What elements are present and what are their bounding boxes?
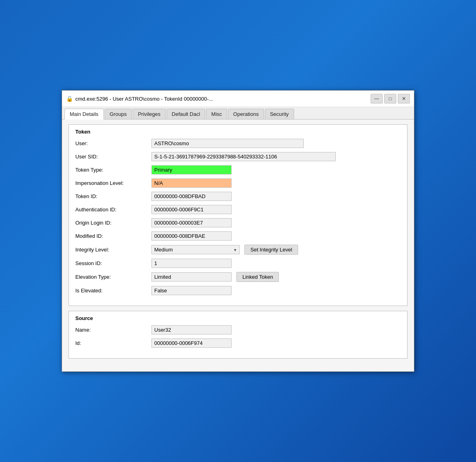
close-button[interactable]: ✕	[398, 94, 410, 103]
auth-id-row: Authentication ID: 00000000-0006F9C1	[75, 205, 401, 214]
origin-login-id-value: 00000000-000003E7	[151, 218, 232, 227]
impersonation-level-label: Impersonation Level:	[75, 180, 151, 186]
main-window: 🔒 cmd.exe:5296 - User ASTRO\cosmo - Toke…	[62, 90, 414, 372]
origin-login-id-row: Origin Login ID: 00000000-000003E7	[75, 218, 401, 227]
origin-login-id-label: Origin Login ID:	[75, 220, 151, 226]
impersonation-level-row: Impersonation Level: N/A	[75, 178, 401, 188]
source-id-label: Id:	[75, 340, 151, 346]
integrity-level-label: Integrity Level:	[75, 247, 151, 253]
user-sid-label: User SID:	[75, 154, 151, 160]
source-id-value: 00000000-0006F974	[151, 338, 232, 348]
auth-id-value: 00000000-0006F9C1	[151, 205, 232, 214]
source-section-title: Source	[75, 315, 401, 321]
set-integrity-level-button[interactable]: Set Integrity Level	[244, 245, 298, 255]
modified-id-label: Modified ID:	[75, 233, 151, 239]
token-section-title: Token	[75, 129, 401, 135]
maximize-button[interactable]: □	[384, 94, 396, 103]
modified-id-value: 00000000-008DFBAE	[151, 231, 232, 241]
token-id-value: 00000000-008DFBAD	[151, 192, 232, 201]
title-bar-controls: — □ ✕	[371, 94, 410, 103]
impersonation-level-value: N/A	[151, 178, 232, 188]
tab-groups[interactable]: Groups	[105, 109, 132, 119]
token-id-row: Token ID: 00000000-008DFBAD	[75, 192, 401, 201]
integrity-level-row: Integrity Level: Low Medium High System …	[75, 245, 401, 255]
title-bar-left: 🔒 cmd.exe:5296 - User ASTRO\cosmo - Toke…	[66, 95, 213, 102]
modified-id-row: Modified ID: 00000000-008DFBAE	[75, 231, 401, 241]
session-id-row: Session ID: 1	[75, 259, 401, 268]
source-id-row: Id: 00000000-0006F974	[75, 338, 401, 348]
tab-privileges[interactable]: Privileges	[133, 109, 165, 119]
lock-icon: 🔒	[66, 95, 73, 102]
source-section: Source Name: User32 Id: 00000000-0006F97…	[69, 311, 407, 359]
tab-misc[interactable]: Misc	[206, 109, 227, 119]
user-value: ASTRO\cosmo	[151, 139, 304, 148]
integrity-level-select[interactable]: Low Medium High System	[151, 245, 240, 254]
is-elevated-row: Is Elevated: False	[75, 286, 401, 295]
is-elevated-label: Is Elevated:	[75, 288, 151, 294]
tab-bar: Main Details Groups Privileges Default D…	[62, 107, 414, 120]
session-id-label: Session ID:	[75, 260, 151, 266]
linked-token-button[interactable]: Linked Token	[236, 272, 279, 282]
source-name-label: Name:	[75, 327, 151, 333]
source-name-value: User32	[151, 325, 232, 334]
is-elevated-value: False	[151, 286, 232, 295]
elevation-type-label: Elevation Type:	[75, 274, 151, 280]
integrity-level-select-wrapper: Low Medium High System ▼	[151, 245, 240, 254]
title-bar: 🔒 cmd.exe:5296 - User ASTRO\cosmo - Toke…	[62, 91, 414, 107]
source-name-row: Name: User32	[75, 325, 401, 334]
token-type-value: Primary	[151, 165, 232, 174]
minimize-button[interactable]: —	[371, 94, 383, 103]
token-id-label: Token ID:	[75, 193, 151, 199]
content-area: Token User: ASTRO\cosmo User SID: S-1-5-…	[62, 120, 414, 371]
token-type-row: Token Type: Primary	[75, 165, 401, 174]
auth-id-label: Authentication ID:	[75, 207, 151, 213]
user-label: User:	[75, 140, 151, 146]
window-title: cmd.exe:5296 - User ASTRO\cosmo - TokenI…	[75, 96, 213, 102]
user-sid-value: S-1-5-21-3691787969-2293387988-540293332…	[151, 152, 336, 161]
token-type-label: Token Type:	[75, 167, 151, 173]
token-section: Token User: ASTRO\cosmo User SID: S-1-5-…	[69, 124, 407, 306]
tab-default-dacl[interactable]: Default Dacl	[167, 109, 206, 119]
user-sid-row: User SID: S-1-5-21-3691787969-2293387988…	[75, 152, 401, 161]
session-id-value: 1	[151, 259, 232, 268]
tab-main-details[interactable]: Main Details	[65, 109, 104, 120]
elevation-type-value: Limited	[151, 272, 232, 282]
tab-security[interactable]: Security	[265, 109, 294, 119]
tab-operations[interactable]: Operations	[228, 109, 264, 119]
elevation-type-row: Elevation Type: Limited Linked Token	[75, 272, 401, 282]
user-row: User: ASTRO\cosmo	[75, 139, 401, 148]
